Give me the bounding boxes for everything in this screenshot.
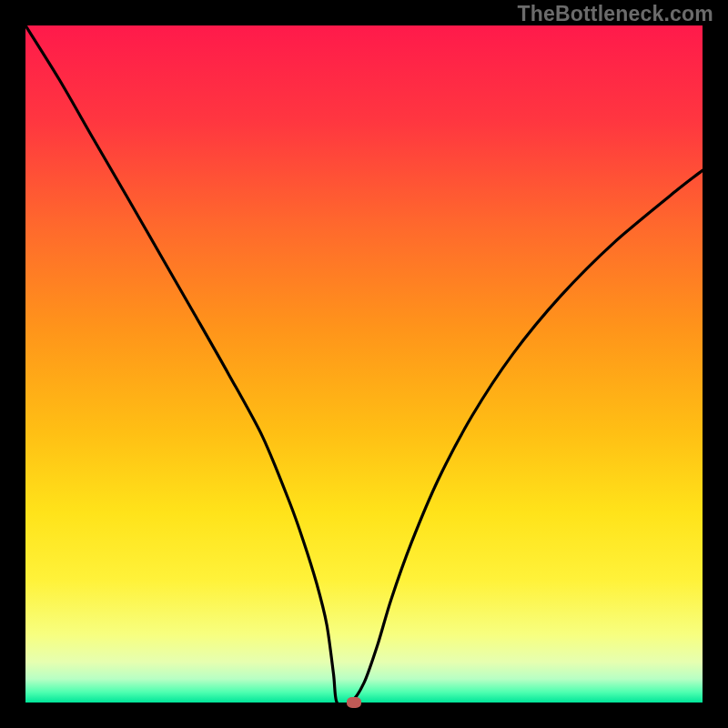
watermark-text: TheBottleneck.com bbox=[517, 2, 713, 26]
chart-frame: TheBottleneck.com bbox=[0, 0, 728, 728]
bottleneck-curve bbox=[25, 25, 703, 703]
optimal-point-marker bbox=[347, 697, 361, 708]
plot-area bbox=[25, 25, 703, 703]
